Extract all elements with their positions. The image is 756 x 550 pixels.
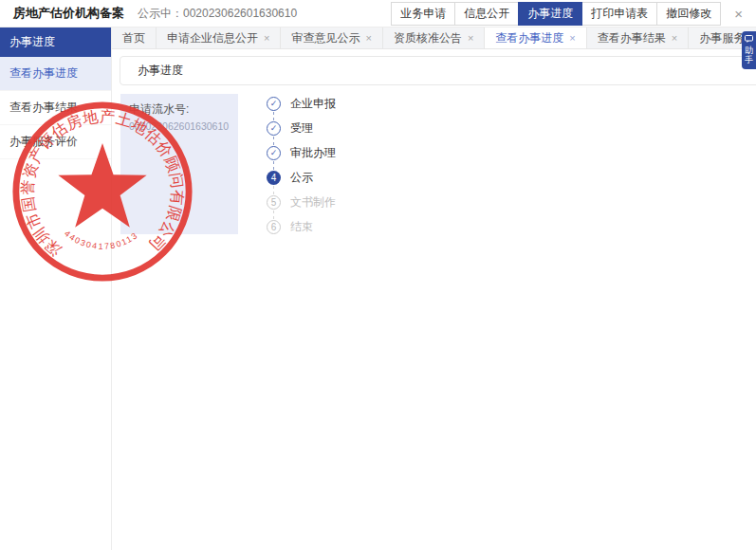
step-label: 公示 — [290, 170, 313, 186]
step-connector — [273, 137, 274, 145]
step-check-icon: ✓ — [267, 146, 281, 160]
step-check-icon: ✓ — [267, 97, 281, 111]
main-area: 首页 申请企业信息公开 × 审查意见公示 × 资质核准公告 × 查看办事进度 ×… — [112, 28, 756, 550]
step-label: 受理 — [290, 120, 313, 137]
step-number-badge: 5 — [267, 195, 281, 210]
assistant-float-button[interactable]: 助手 — [742, 31, 756, 69]
step-accept: ✓ 受理 — [267, 121, 336, 136]
step-label: 文书制作 — [290, 194, 336, 211]
chat-bubble-icon — [745, 35, 753, 44]
step-approval: ✓ 审批办理 — [267, 146, 336, 160]
progress-content: 申请流水号: 002023062601630610 ✓ 企业申报 ✓ 受理 ✓ … — [112, 94, 756, 234]
sidebar-title: 办事进度 — [0, 28, 111, 57]
assistant-label: 助手 — [745, 46, 754, 64]
serial-label: 申请流水号: — [129, 101, 230, 118]
progress-steps: ✓ 企业申报 ✓ 受理 ✓ 审批办理 4 公示 — [267, 94, 336, 234]
step-connector — [273, 112, 274, 120]
step-label: 结束 — [290, 219, 313, 235]
print-form-button[interactable]: 打印申请表 — [581, 2, 657, 26]
business-apply-button[interactable]: 业务申请 — [391, 2, 455, 26]
tab-label: 查看办事结果 — [598, 30, 666, 46]
tab-qualification-notice[interactable]: 资质核准公告 × — [383, 28, 485, 48]
tab-home[interactable]: 首页 — [112, 28, 157, 48]
tab-review-opinion[interactable]: 审查意见公示 × — [281, 28, 382, 48]
progress-button[interactable]: 办事进度 — [518, 2, 582, 26]
header-buttons: 业务申请 信息公开 办事进度 打印申请表 撤回修改 — [392, 2, 721, 26]
step-enterprise-declare: ✓ 企业申报 — [267, 97, 336, 111]
close-icon[interactable]: × — [734, 7, 743, 21]
tab-view-result[interactable]: 查看办事结果 × — [587, 28, 689, 48]
tab-label: 审查意见公示 — [291, 30, 360, 46]
sidebar-item-view-result[interactable]: 查看办事结果 — [0, 91, 111, 125]
step-number-badge: 6 — [267, 220, 281, 234]
tab-close-icon[interactable]: × — [672, 32, 677, 44]
status-serial: 002023062601630610 — [183, 7, 297, 20]
step-label: 企业申报 — [290, 96, 336, 112]
step-finish: 6 结束 — [267, 220, 336, 234]
tab-close-icon[interactable]: × — [264, 32, 269, 44]
serial-value: 002023062601630610 — [129, 120, 230, 132]
page-header: 房地产估价机构备案 公示中：002023062601630610 业务申请 信息… — [0, 0, 756, 28]
info-disclosure-button[interactable]: 信息公开 — [454, 2, 519, 26]
layout: 办事进度 查看办事进度 查看办事结果 办事服务评价 首页 申请企业信息公开 × … — [0, 28, 756, 550]
tab-label: 资质核准公告 — [394, 30, 462, 46]
status-label: 公示中： — [138, 7, 183, 20]
page-title: 房地产估价机构备案 — [13, 5, 124, 22]
tab-company-info-disclosure[interactable]: 申请企业信息公开 × — [157, 28, 281, 48]
serial-card: 申请流水号: 002023062601630610 — [120, 94, 238, 234]
tab-label: 首页 — [122, 30, 145, 46]
sidebar: 办事进度 查看办事进度 查看办事结果 办事服务评价 — [0, 28, 112, 550]
tab-label: 查看办事进度 — [495, 30, 563, 46]
step-publicity: 4 公示 — [267, 171, 336, 185]
step-number-badge: 4 — [267, 171, 281, 185]
sidebar-item-view-progress[interactable]: 查看办事进度 — [0, 57, 111, 91]
tab-close-icon[interactable]: × — [365, 32, 371, 44]
step-label: 审批办理 — [290, 145, 336, 161]
step-connector — [273, 161, 274, 170]
tab-view-progress[interactable]: 查看办事进度 × — [485, 28, 586, 48]
sidebar-item-service-rating[interactable]: 办事服务评价 — [0, 125, 111, 159]
step-connector — [273, 211, 274, 219]
step-check-icon: ✓ — [267, 121, 281, 136]
tab-close-icon[interactable]: × — [468, 32, 473, 44]
tab-bar: 首页 申请企业信息公开 × 审查意见公示 × 资质核准公告 × 查看办事进度 ×… — [112, 28, 756, 49]
tab-close-icon[interactable]: × — [569, 32, 575, 44]
step-document-prepare: 5 文书制作 — [267, 195, 336, 210]
status-text: 公示中：002023062601630610 — [138, 6, 297, 22]
withdraw-edit-button[interactable]: 撤回修改 — [656, 2, 721, 26]
tab-label: 申请企业信息公开 — [167, 30, 258, 46]
progress-panel-title: 办事进度 — [120, 56, 756, 85]
step-connector — [273, 186, 274, 194]
